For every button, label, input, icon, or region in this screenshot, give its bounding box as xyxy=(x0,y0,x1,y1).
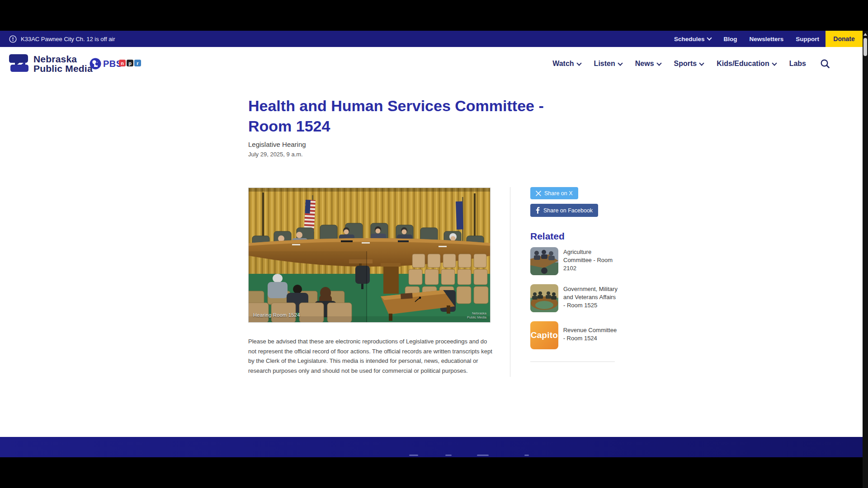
related-thumbnail xyxy=(530,247,558,275)
chevron-down-icon xyxy=(618,61,623,66)
article-subtitle: Legislative Hearing xyxy=(248,141,306,148)
brand-line1: Nebraska xyxy=(33,54,93,64)
nav-kids-education-label: Kids/Education xyxy=(717,60,769,68)
nav-sports[interactable]: Sports xyxy=(674,60,704,68)
related-item-label: Agriculture Committee - Room 2102 xyxy=(563,247,619,275)
share-on-x-button[interactable]: Share on X xyxy=(530,187,578,199)
nav-sports-label: Sports xyxy=(674,60,697,68)
link-blog-label: Blog xyxy=(723,36,737,42)
share-on-facebook-button[interactable]: Share on Facebook xyxy=(530,204,598,217)
link-support[interactable]: Support xyxy=(796,36,819,42)
watermark-line1: Nebraska xyxy=(467,311,486,315)
main-nav: Watch Listen News Sports Kids/Education … xyxy=(552,47,830,80)
hearing-room-scene xyxy=(249,188,490,322)
link-newsletters-label: Newsletters xyxy=(749,36,783,42)
related-item-government-military[interactable]: Government, Military and Veterans Affair… xyxy=(530,284,619,312)
site-header: Nebraska Public Media PBS n p r Watch xyxy=(0,47,863,80)
footer-clipped-text xyxy=(445,455,452,456)
legal-disclaimer: Please be advised that these are electro… xyxy=(248,337,492,375)
npr-logo[interactable]: n p r xyxy=(119,60,141,66)
brand-wordmark: Nebraska Public Media xyxy=(33,54,93,73)
x-icon xyxy=(536,191,541,196)
nav-news[interactable]: News xyxy=(635,60,661,68)
sidebar-divider xyxy=(530,361,615,362)
hearing-room-thumb-icon xyxy=(530,247,558,275)
related-item-agriculture[interactable]: Agriculture Committee - Room 2102 xyxy=(530,247,619,275)
video-watermark: Nebraska Public Media xyxy=(467,311,486,319)
hearing-video-still: Hearing Room 1524 Nebraska Public Media xyxy=(248,188,491,323)
nav-listen-label: Listen xyxy=(594,60,615,68)
pbs-face-icon xyxy=(90,58,101,70)
npr-n-block: n xyxy=(119,60,126,66)
related-item-label: Government, Military and Veterans Affair… xyxy=(563,284,619,312)
footer-clipped-text xyxy=(524,455,529,456)
nav-labs[interactable]: Labs xyxy=(789,60,806,68)
npr-r-block: r xyxy=(134,60,141,66)
link-blog[interactable]: Blog xyxy=(723,36,737,42)
share-on-x-label: Share on X xyxy=(544,190,573,197)
link-newsletters[interactable]: Newsletters xyxy=(749,36,783,42)
search-button[interactable] xyxy=(820,59,830,69)
nav-watch-label: Watch xyxy=(552,60,574,68)
utility-links: Schedules Blog Newsletters Support xyxy=(674,31,819,47)
footer-clipped-text xyxy=(409,455,418,456)
donate-button[interactable]: Donate xyxy=(826,31,863,47)
brand-mark-icon xyxy=(9,53,30,75)
nav-kids-education[interactable]: Kids/Education xyxy=(717,60,776,68)
link-schedules[interactable]: Schedules xyxy=(674,36,712,42)
scrollbar-thumb[interactable] xyxy=(863,38,867,56)
related-thumbnail xyxy=(530,284,558,312)
scrollbar-up-arrow[interactable] xyxy=(863,33,867,36)
related-heading: Related xyxy=(530,231,565,242)
article-datetime: July 29, 2025, 9 a.m. xyxy=(248,151,303,158)
pbs-logo[interactable]: PBS xyxy=(90,58,123,70)
station-alert: K33AC Pawnee City Ch. 12 is off air xyxy=(9,35,115,43)
station-alert-bar: K33AC Pawnee City Ch. 12 is off air Sche… xyxy=(0,31,863,47)
chevron-down-icon xyxy=(772,61,777,66)
alert-message: K33AC Pawnee City Ch. 12 is off air xyxy=(21,36,115,42)
share-on-facebook-label: Share on Facebook xyxy=(543,207,593,214)
nav-listen[interactable]: Listen xyxy=(594,60,622,68)
chevron-down-icon xyxy=(699,61,704,66)
hearing-room-thumb-icon xyxy=(530,284,558,312)
link-schedules-label: Schedules xyxy=(674,36,705,42)
content-sidebar-divider xyxy=(510,187,510,377)
related-item-label: Revenue Committee - Room 1524 xyxy=(563,321,619,349)
brand-line2: Public Media xyxy=(33,64,93,73)
capitol-orange-thumbnail: Capito xyxy=(530,321,558,349)
site-footer xyxy=(0,437,863,457)
link-support-label: Support xyxy=(796,36,819,42)
watermark-line2: Public Media xyxy=(467,315,486,319)
npr-p-block: p xyxy=(127,60,133,66)
search-icon xyxy=(820,59,830,69)
chevron-down-icon xyxy=(576,61,581,66)
chevron-down-icon xyxy=(707,35,712,40)
browser-viewport: K33AC Pawnee City Ch. 12 is off air Sche… xyxy=(0,0,868,488)
facebook-icon xyxy=(536,207,540,214)
nebraska-public-media-logo[interactable]: Nebraska Public Media xyxy=(9,53,93,75)
footer-clipped-text xyxy=(477,455,489,456)
page-title: Health and Human Services Committee - Ro… xyxy=(248,96,583,136)
nav-watch[interactable]: Watch xyxy=(552,60,580,68)
capitol-thumb-text: Capito xyxy=(531,330,558,340)
chevron-down-icon xyxy=(656,61,661,66)
related-item-revenue[interactable]: Capito Revenue Committee - Room 1524 xyxy=(530,321,619,349)
alert-exclamation-icon xyxy=(9,35,17,43)
video-caption: Hearing Room 1524 xyxy=(253,312,300,318)
nav-news-label: News xyxy=(635,60,654,68)
nav-labs-label: Labs xyxy=(789,60,806,68)
scrollbar[interactable] xyxy=(863,31,868,488)
